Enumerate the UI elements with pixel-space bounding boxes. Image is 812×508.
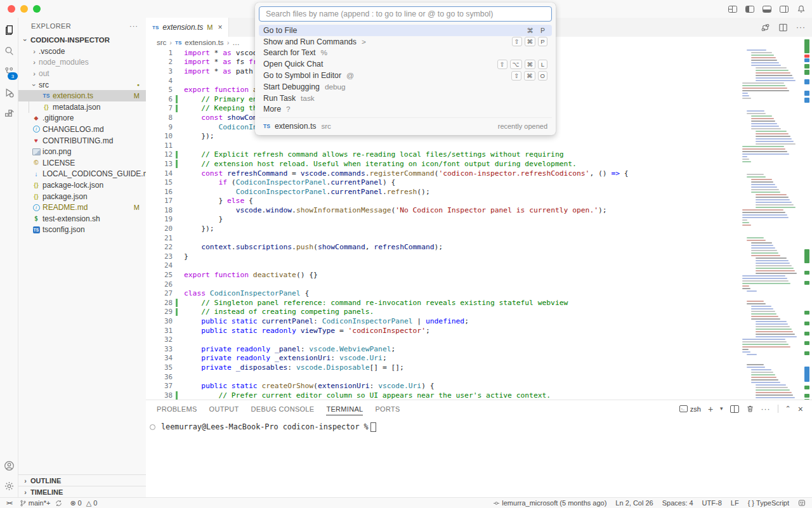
toggle-secondary-sidebar-icon[interactable] [780, 6, 789, 13]
keybinding: ⌘P [525, 25, 548, 35]
file-changelog-md[interactable]: iCHANGELOG.md [18, 124, 146, 135]
terminal-profile[interactable]: ›_ zsh [679, 405, 701, 413]
panel-tab-ports[interactable]: PORTS [375, 405, 400, 413]
minimap[interactable] [741, 49, 802, 400]
code-line: 38 // Prefer current editor column so UI… [146, 391, 812, 400]
encoding-setting[interactable]: UTF-8 [702, 499, 722, 507]
tab-extension-ts[interactable]: TS extension.ts M × [146, 18, 229, 37]
settings-gear-icon[interactable] [3, 479, 15, 492]
explorer-icon[interactable] [3, 23, 15, 36]
timeline-label: TIMELINE [30, 488, 63, 496]
file-vscode[interactable]: ›.vscode [18, 46, 146, 57]
code-line: 15 if (CodiconInspectorPanel.currentPane… [146, 178, 812, 187]
command-decoration-icon [150, 424, 155, 430]
palette-item-run-task[interactable]: Run Tasktask [259, 93, 552, 104]
tab-close-icon[interactable]: × [218, 23, 222, 32]
palette-item-search-for-text[interactable]: Search for Text% [259, 48, 552, 59]
eol-setting[interactable]: LF [731, 499, 739, 507]
key-cap: ⌥ [510, 60, 522, 69]
palette-item-start-debugging[interactable]: Start Debuggingdebug [259, 81, 552, 93]
file-package-json[interactable]: {}package.json [18, 191, 146, 202]
file-extension-ts[interactable]: TSextension.tsM [18, 90, 146, 101]
panel-tab-problems[interactable]: PROBLEMS [157, 405, 197, 413]
terminal-icon: ›_ [679, 405, 688, 412]
panel-tab-terminal[interactable]: TERMINAL [326, 405, 363, 413]
open-changes-icon[interactable] [761, 23, 770, 32]
palette-item-go-to-symbol-in-editor[interactable]: Go to Symbol in Editor@⇧⌘O [259, 70, 552, 81]
cursor-position[interactable]: Ln 2, Col 26 [615, 499, 653, 507]
quick-open-input-box[interactable] [259, 6, 552, 22]
remote-indicator[interactable]: >< [6, 500, 12, 506]
line-number: 21 [146, 234, 173, 242]
file-metadata-json[interactable]: {}metadata.json [18, 101, 146, 113]
file-test-extension-sh[interactable]: $test-extension.sh [18, 213, 146, 225]
panel-tab-label: PORTS [375, 405, 400, 415]
minimize-window-button[interactable] [20, 5, 28, 13]
quick-open-input[interactable] [265, 9, 546, 19]
search-icon[interactable] [3, 44, 15, 57]
panel-tab-debug-console[interactable]: DEBUG CONSOLE [251, 405, 315, 413]
file-license[interactable]: ©LICENSE [18, 157, 146, 169]
customize-layout-icon[interactable] [728, 6, 737, 13]
file-src[interactable]: ›src● [18, 79, 146, 91]
chevron-right-icon: › [169, 39, 172, 46]
explorer-more-actions-icon[interactable]: ··· [129, 22, 138, 30]
palette-item-show-and-run-commands[interactable]: Show and Run Commands>⇧⌘P [259, 36, 552, 48]
recent-file-extension-ts[interactable]: TS extension.ts src recently opened [259, 120, 552, 132]
file-package-lock-json[interactable]: {}package-lock.json [18, 179, 146, 191]
bell-icon[interactable] [797, 4, 806, 13]
commit-info[interactable]: lemurra_microsoft (5 months ago) [493, 499, 606, 507]
outline-section-header[interactable]: › OUTLINE [18, 474, 146, 486]
palette-item-go-to-file[interactable]: Go to File⌘P [259, 25, 552, 36]
editor-more-actions-icon[interactable]: ··· [796, 23, 806, 32]
account-icon[interactable] [3, 459, 15, 472]
zoom-window-button[interactable] [33, 5, 41, 13]
file-readme-md[interactable]: iREADME.mdM [18, 202, 146, 213]
line-number: 28 [146, 299, 173, 307]
project-root-row[interactable]: › CODICON-INSPECTOR [18, 34, 146, 46]
line-number: 8 [146, 114, 173, 122]
ruler-marker [804, 281, 809, 285]
feedback-smiley-icon[interactable] [798, 499, 806, 507]
code-line: 30 public static currentPanel: CodiconIn… [146, 316, 812, 326]
file-out[interactable]: ›out [18, 68, 146, 79]
line-number: 29 [146, 308, 173, 316]
git-branch-status[interactable]: main*+ [20, 499, 63, 507]
file-node-modules[interactable]: ›node_modules [18, 57, 146, 68]
indentation-setting[interactable]: Spaces: 4 [662, 499, 693, 507]
breadcrumb-file[interactable]: extension.ts [185, 39, 223, 46]
terminal-dropdown-chevron-icon[interactable]: ▾ [720, 405, 723, 412]
terminal-content[interactable]: leemurray@Lees-MacBook-Pro codicon-inspe… [146, 417, 812, 432]
new-terminal-icon[interactable]: + [708, 404, 713, 414]
split-editor-icon[interactable] [778, 23, 788, 32]
palette-item-open-quick-chat[interactable]: Open Quick Chat⇧⌥⌘L [259, 58, 552, 70]
file-label: extension.ts [53, 91, 93, 100]
file-tsconfig-json[interactable]: TStsconfig.json [18, 225, 146, 236]
kill-terminal-trash-icon[interactable] [746, 405, 754, 413]
timeline-section-header[interactable]: › TIMELINE [18, 486, 146, 497]
palette-item-more[interactable]: More? [259, 104, 552, 115]
file-gitignore[interactable]: ◆.gitignore [18, 113, 146, 124]
maximize-panel-icon[interactable]: ⌃ [785, 405, 791, 413]
file-icon-png[interactable]: icon.png [18, 146, 146, 157]
panel-more-actions-icon[interactable]: ··· [761, 405, 771, 414]
language-mode[interactable]: { } TypeScript [748, 499, 789, 507]
palette-item-label: Go to Symbol in Editor [263, 71, 341, 80]
breadcrumb-symbol[interactable]: … [232, 39, 240, 46]
close-panel-icon[interactable]: × [798, 404, 803, 414]
key-cap: ⇧ [511, 71, 521, 81]
file-contributing-md[interactable]: ♥CONTRIBUTING.md [18, 135, 146, 147]
toggle-primary-sidebar-icon[interactable] [745, 6, 754, 13]
close-window-button[interactable] [8, 5, 15, 13]
extensions-icon[interactable] [3, 107, 15, 120]
problems-status[interactable]: ⊗0 △0 [70, 499, 97, 507]
breadcrumb-src[interactable]: src [157, 39, 166, 46]
panel-tab-output[interactable]: OUTPUT [209, 405, 239, 413]
chevron-down-icon: › [30, 82, 38, 88]
toggle-panel-icon[interactable] [763, 6, 771, 13]
code-line: 31 public static readonly viewType = 'co… [146, 326, 812, 335]
run-debug-icon[interactable] [3, 86, 15, 99]
split-terminal-icon[interactable] [730, 405, 739, 413]
source-control-icon[interactable]: 3 [3, 65, 15, 78]
file-local-codicons-guide-md[interactable]: ↓LOCAL_CODICONS_GUIDE.md [18, 169, 146, 180]
